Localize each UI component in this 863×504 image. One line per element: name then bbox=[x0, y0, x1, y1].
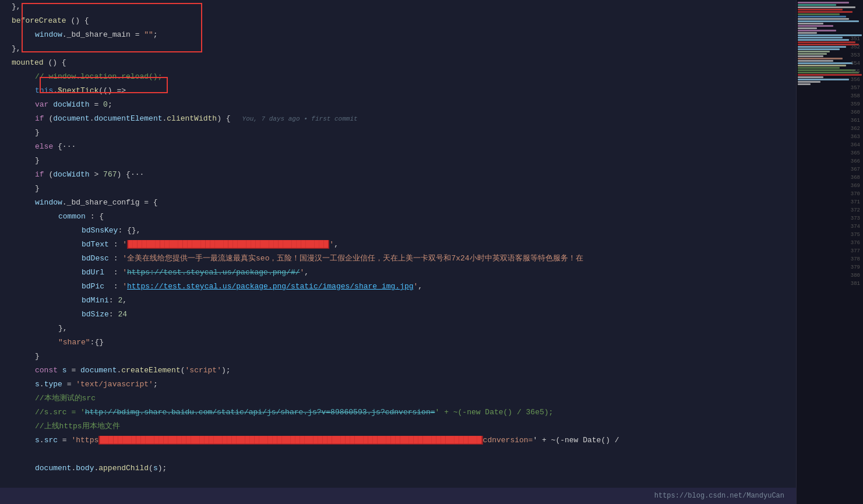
minimap-line bbox=[798, 41, 855, 43]
minimap-line bbox=[798, 39, 849, 41]
main-container: }, beforeCreate () { window._bd_share_ma… bbox=[0, 0, 863, 504]
line-text: if (document.documentElement.clientWidth… bbox=[0, 112, 796, 125]
minimap-line bbox=[798, 62, 853, 64]
code-line: //本地测试的src bbox=[0, 392, 796, 406]
minimap-line bbox=[798, 44, 859, 45]
minimap-line bbox=[798, 32, 817, 34]
line-text: }, bbox=[0, 43, 796, 55]
code-line: mounted () { bbox=[0, 56, 796, 70]
line-text: //s.src = 'http://bdimg.share.baidu.com/… bbox=[0, 406, 796, 419]
code-line: bdSize: 24 bbox=[0, 308, 796, 322]
line-text: if (docWidth > 767) {··· bbox=[0, 168, 796, 181]
line-text: bdDesc : '全美在线给您提供一手一最流速最真实seo，五险！国漫汉一工假… bbox=[0, 252, 796, 265]
minimap-line bbox=[798, 23, 823, 24]
line-text: bdText : '██████████████████████████████… bbox=[0, 238, 796, 251]
minimap-line bbox=[798, 79, 849, 80]
code-line: if (docWidth > 767) {··· bbox=[0, 168, 796, 182]
line-text: window._bd_share_main = ""; bbox=[0, 29, 796, 41]
minimap-line bbox=[798, 25, 833, 27]
line-text: bdPic : 'https://test.steycal.us/package… bbox=[0, 280, 796, 293]
code-line: const s = document.createElement('script… bbox=[0, 364, 796, 378]
line-text: beforeCreate () { bbox=[0, 15, 796, 27]
line-text: bdSize: 24 bbox=[0, 308, 796, 321]
line-text: bdMini: 2, bbox=[0, 294, 796, 307]
minimap[interactable]: 351 352 353 354 355 356 357 358 359 360 … bbox=[796, 0, 863, 504]
minimap-line bbox=[798, 2, 849, 3]
minimap-line bbox=[798, 4, 836, 6]
code-line: } bbox=[0, 350, 796, 364]
code-line: beforeCreate () { bbox=[0, 14, 796, 28]
minimap-line bbox=[798, 60, 833, 62]
code-line: bdUrl : 'https://test.steycal.us/package… bbox=[0, 266, 796, 280]
line-text: "share":{} bbox=[0, 336, 796, 349]
minimap-line bbox=[798, 9, 843, 10]
minimap-line bbox=[798, 46, 846, 48]
minimap-line bbox=[798, 72, 859, 73]
line-text: } bbox=[0, 126, 796, 139]
minimap-line bbox=[798, 37, 843, 38]
code-line: this.$nextTick(() => bbox=[0, 84, 796, 98]
minimap-line bbox=[798, 6, 855, 8]
minimap-line bbox=[798, 51, 830, 52]
minimap-numbers: 351 352 353 354 355 356 357 358 359 360 … bbox=[851, 35, 860, 288]
minimap-line bbox=[798, 16, 846, 17]
code-area[interactable]: }, beforeCreate () { window._bd_share_ma… bbox=[0, 0, 796, 504]
minimap-line bbox=[798, 55, 823, 57]
code-line: // window.location.reload(); bbox=[0, 70, 796, 84]
code-line: bdMini: 2, bbox=[0, 294, 796, 308]
minimap-line bbox=[798, 81, 820, 83]
bottom-bar: https://blog.csdn.net/MandyuCan bbox=[0, 488, 796, 504]
line-text: } bbox=[0, 154, 796, 167]
code-line: bdSnsKey: {}, bbox=[0, 224, 796, 238]
minimap-line bbox=[798, 48, 840, 50]
code-line: s.src = 'https██████████████████████████… bbox=[0, 433, 796, 447]
code-line: bdText : '██████████████████████████████… bbox=[0, 238, 796, 252]
code-line: common : { bbox=[0, 210, 796, 224]
code-line bbox=[0, 447, 796, 461]
line-text: bdSnsKey: {}, bbox=[0, 224, 796, 237]
line-text: // window.location.reload(); bbox=[0, 71, 796, 83]
line-text: var docWidth = 0; bbox=[0, 98, 796, 111]
line-text: common : { bbox=[0, 210, 796, 223]
line-text: document.body.appendChild(s); bbox=[0, 462, 796, 475]
line-text: } bbox=[0, 182, 796, 195]
code-line: "share":{} bbox=[0, 336, 796, 350]
code-line: bdDesc : '全美在线给您提供一手一最流速最真实seo，五险！国漫汉一工假… bbox=[0, 252, 796, 266]
line-text: s.src = 'https██████████████████████████… bbox=[0, 434, 796, 447]
code-line: //上线https用本地文件 bbox=[0, 420, 796, 433]
line-text bbox=[0, 448, 796, 461]
code-line: window._bd_share_main = ""; bbox=[0, 28, 796, 42]
url-text: https://blog.csdn.net/MandyuCan bbox=[654, 492, 784, 500]
line-text: bdUrl : 'https://test.steycal.us/package… bbox=[0, 266, 796, 279]
code-line: else {··· bbox=[0, 140, 796, 154]
minimap-line bbox=[798, 20, 859, 22]
minimap-line bbox=[798, 13, 840, 15]
line-text: mounted () { bbox=[0, 57, 796, 69]
line-text: else {··· bbox=[0, 140, 796, 153]
code-line: } bbox=[0, 182, 796, 196]
minimap-line bbox=[798, 67, 840, 69]
code-line: } bbox=[0, 154, 796, 168]
minimap-line bbox=[798, 65, 846, 66]
line-text: //本地测试的src bbox=[0, 392, 796, 405]
code-line: bdPic : 'https://test.steycal.us/package… bbox=[0, 280, 796, 294]
minimap-line bbox=[798, 53, 827, 55]
code-line: s.type = 'text/javascript'; bbox=[0, 378, 796, 392]
line-text: const s = document.createElement('script… bbox=[0, 364, 796, 377]
line-text: window._bd_share_config = { bbox=[0, 196, 796, 209]
code-line: if (document.documentElement.clientWidth… bbox=[0, 112, 796, 126]
line-text: s.type = 'text/javascript'; bbox=[0, 378, 796, 391]
code-line: }, bbox=[0, 322, 796, 336]
minimap-line bbox=[798, 18, 849, 20]
minimap-line bbox=[798, 76, 823, 78]
code-line: }, bbox=[0, 42, 796, 56]
minimap-line bbox=[798, 11, 853, 13]
minimap-line bbox=[798, 69, 855, 71]
line-text: this.$nextTick(() => bbox=[0, 84, 796, 97]
code-line: document.body.appendChild(s); bbox=[0, 461, 796, 475]
line-text bbox=[0, 476, 796, 489]
code-line: }, bbox=[0, 0, 796, 14]
code-line: } bbox=[0, 126, 796, 140]
minimap-line bbox=[798, 83, 811, 85]
minimap-line bbox=[798, 58, 843, 59]
